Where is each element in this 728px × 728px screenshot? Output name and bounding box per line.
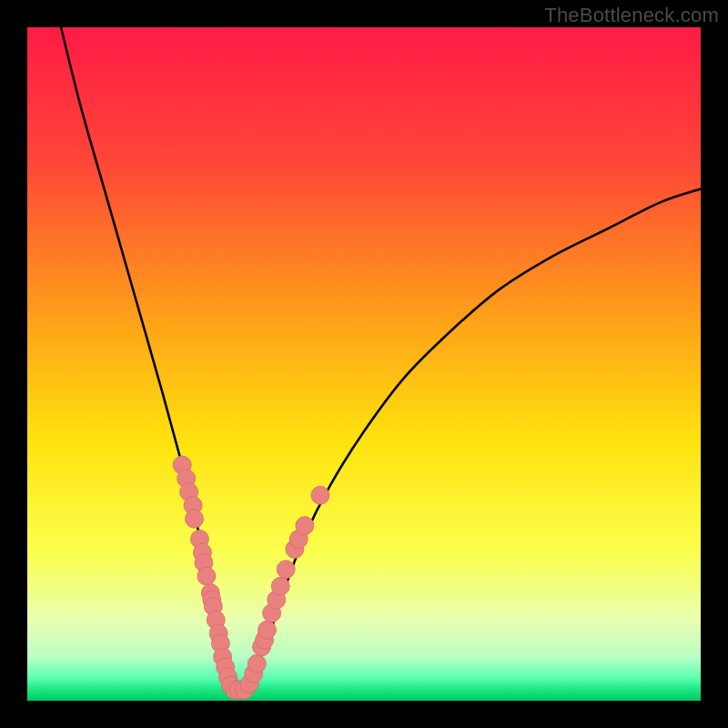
data-dot [197,567,216,585]
data-dot [271,577,289,595]
data-dot [258,621,276,639]
data-dot [311,486,329,504]
plot-area [27,27,701,701]
data-dots [173,456,329,699]
data-dot [248,654,266,672]
data-dot [296,517,314,535]
watermark-text: TheBottleneck.com [544,4,719,27]
frame: TheBottleneck.com [0,0,728,728]
data-dot [277,561,295,579]
curve-path [61,27,701,690]
bottleneck-curve [27,27,701,701]
data-dot [186,510,204,528]
